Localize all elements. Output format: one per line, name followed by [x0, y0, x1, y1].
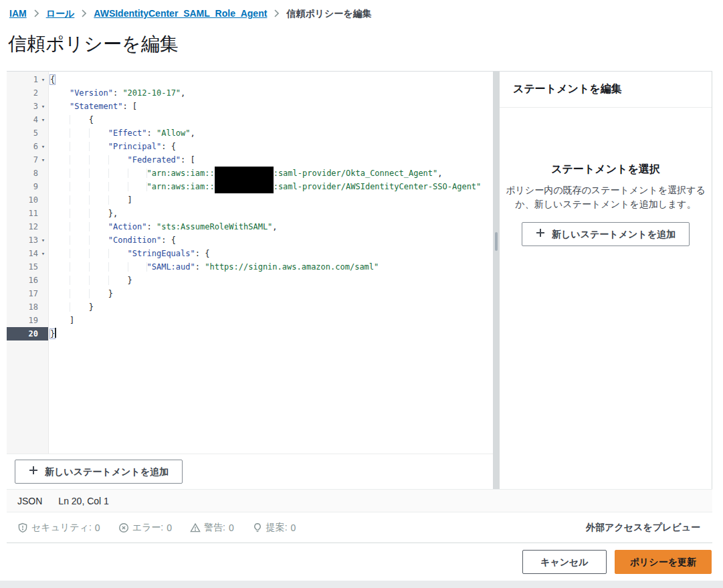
code-line[interactable]: 8 "arn:aws:iam:::saml-provider/Okta_Conn…: [7, 167, 493, 180]
code-line[interactable]: 3▾ "Statement": [: [7, 100, 493, 113]
code-line[interactable]: 13▾ "Condition": {: [7, 233, 493, 247]
fold-toggle-icon[interactable]: ▾: [38, 153, 48, 167]
line-gutter: 10: [7, 193, 48, 207]
redacted-account-id: [215, 180, 274, 193]
breadcrumb-link-iam[interactable]: IAM: [9, 7, 27, 20]
code-text: "arn:aws:iam:::saml-provider/Okta_Connec…: [48, 167, 493, 180]
line-number: 19: [7, 314, 38, 327]
fold-toggle-icon[interactable]: ▾: [38, 100, 48, 113]
code-text: }: [48, 274, 493, 287]
line-number: 4: [7, 113, 38, 126]
line-number: 11: [7, 207, 38, 220]
fold-toggle-icon[interactable]: ▾: [38, 247, 48, 260]
cursor-position: Ln 20, Col 1: [58, 496, 109, 506]
line-gutter: 17: [7, 287, 48, 300]
line-number: 15: [7, 260, 38, 274]
code-line[interactable]: 19 ]: [7, 314, 493, 327]
code-line[interactable]: 15 "SAML:aud": "https://signin.aws.amazo…: [7, 260, 493, 274]
code-text: {: [48, 73, 493, 86]
chevron-right-icon: [82, 9, 86, 17]
cancel-button[interactable]: キャンセル: [522, 550, 607, 574]
breadcrumb-link-roles[interactable]: ロール: [46, 7, 75, 20]
warning-label: 警告:: [204, 522, 225, 534]
breadcrumb-link-role-name[interactable]: AWSIdentityCenter_SAML_Role_Agent: [94, 7, 267, 20]
json-editor-pane: 1▾{2 "Version": "2012-10-17",3▾ "Stateme…: [7, 72, 493, 489]
line-number: 12: [7, 220, 38, 233]
code-line[interactable]: 20}: [7, 327, 493, 340]
code-line[interactable]: 11 },: [7, 207, 493, 220]
code-line[interactable]: 9 "arn:aws:iam:::saml-provider/AWSIdenti…: [7, 180, 493, 193]
editor-statusbar: JSON Ln 20, Col 1: [7, 489, 712, 512]
warning-triangle-icon: [190, 522, 201, 533]
update-policy-button[interactable]: ポリシーを更新: [615, 550, 712, 574]
code-line[interactable]: 6▾ "Principal": {: [7, 140, 493, 153]
line-number: 16: [7, 274, 38, 287]
code-text: "Action": "sts:AssumeRoleWithSAML",: [48, 220, 493, 233]
line-number: 6: [7, 140, 38, 153]
line-gutter: 6▾: [7, 140, 48, 153]
code-text: ]: [48, 193, 493, 207]
pane-splitter[interactable]: [493, 72, 500, 489]
line-number: 13: [7, 233, 38, 247]
fold-toggle-icon[interactable]: ▾: [38, 233, 48, 247]
line-number: 7: [7, 153, 38, 167]
suggestion-label: 提案:: [266, 522, 288, 534]
plus-icon: [536, 227, 545, 241]
footer-actions: キャンセル ポリシーを更新: [7, 543, 712, 580]
line-number: 17: [7, 287, 38, 300]
code-line[interactable]: 14▾ "StringEquals": {: [7, 247, 493, 260]
code-line[interactable]: 17 }: [7, 287, 493, 300]
chevron-right-icon: [274, 9, 279, 17]
code-text: "arn:aws:iam:::saml-provider/AWSIdentity…: [48, 180, 493, 193]
code-text: "Effect": "Allow",: [48, 126, 493, 140]
line-number: 5: [7, 126, 38, 140]
warning-findings: 警告: 0: [190, 522, 234, 534]
line-number: 10: [7, 193, 38, 207]
code-text: "Federated": [: [48, 153, 493, 167]
statement-panel-title: ステートメントを編集: [500, 72, 712, 108]
breadcrumb-current: 信頼ポリシーを編集: [286, 7, 371, 20]
select-statement-heading: ステートメントを選択: [505, 163, 706, 177]
suggestion-bulb-icon: [252, 522, 263, 533]
code-text: "SAML:aud": "https://signin.aws.amazon.c…: [48, 260, 493, 274]
preview-external-access-button[interactable]: 外部アクセスをプレビュー: [586, 522, 700, 534]
line-gutter: 9: [7, 180, 48, 193]
code-text: }: [48, 287, 493, 300]
code-line[interactable]: 18 }: [7, 300, 493, 314]
code-text: "Statement": [: [48, 100, 493, 113]
code-text: },: [48, 207, 493, 220]
fold-toggle-icon[interactable]: ▾: [38, 73, 48, 86]
code-editor[interactable]: 1▾{2 "Version": "2012-10-17",3▾ "Stateme…: [7, 72, 493, 454]
code-line[interactable]: 12 "Action": "sts:AssumeRoleWithSAML",: [7, 220, 493, 233]
code-line[interactable]: 5 "Effect": "Allow",: [7, 126, 493, 140]
code-line[interactable]: 2 "Version": "2012-10-17",: [7, 86, 493, 100]
code-text: {: [48, 113, 493, 126]
page-title: 信頼ポリシーを編集: [8, 31, 179, 57]
fold-toggle-icon[interactable]: ▾: [38, 113, 48, 126]
line-number: 8: [7, 167, 38, 180]
code-line[interactable]: 4▾ {: [7, 113, 493, 126]
code-text: "Principal": {: [48, 140, 493, 153]
line-gutter: 19: [7, 314, 48, 327]
code-line[interactable]: 10 ]: [7, 193, 493, 207]
code-line[interactable]: 16 }: [7, 274, 493, 287]
code-line[interactable]: 7▾ "Federated": [: [7, 153, 493, 167]
line-number: 14: [7, 247, 38, 260]
line-number: 3: [7, 100, 38, 113]
add-statement-button[interactable]: 新しいステートメントを追加: [15, 460, 183, 484]
error-label: エラー:: [132, 522, 164, 534]
line-number: 20: [7, 327, 38, 340]
select-statement-description: ポリシー内の既存のステートメントを選択するか、新しいステートメントを追加します。: [505, 183, 706, 211]
line-gutter: 20: [7, 327, 48, 340]
redacted-account-id: [215, 167, 274, 180]
line-gutter: 12: [7, 220, 48, 233]
line-gutter: 7▾: [7, 153, 48, 167]
fold-toggle-icon[interactable]: ▾: [38, 140, 48, 153]
add-statement-button-panel[interactable]: 新しいステートメントを追加: [522, 222, 690, 246]
chevron-right-icon: [34, 9, 39, 17]
security-count: 0: [95, 522, 100, 533]
plus-icon: [29, 465, 38, 478]
code-line[interactable]: 1▾{: [7, 73, 493, 86]
line-number: 1: [7, 73, 38, 86]
line-gutter: 1▾: [7, 73, 48, 86]
